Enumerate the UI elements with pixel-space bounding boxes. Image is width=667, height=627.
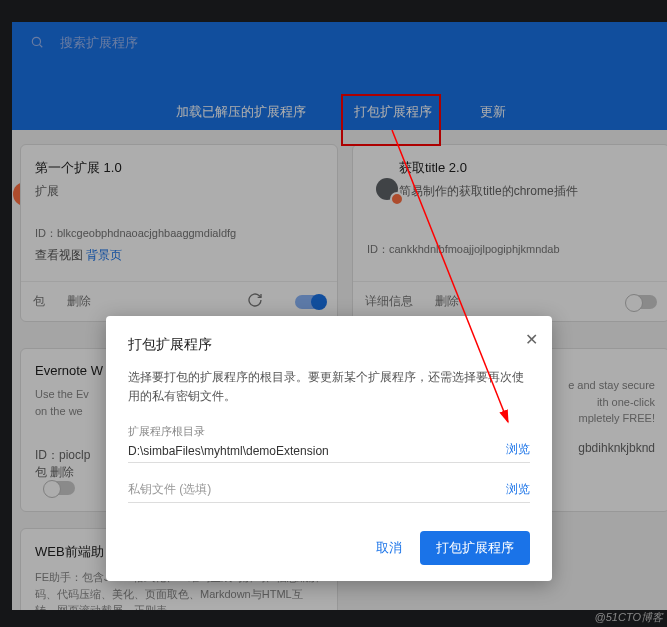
browse-button[interactable]: 浏览 <box>506 481 530 498</box>
pack-extension-dialog: 打包扩展程序 ✕ 选择要打包的扩展程序的根目录。要更新某个扩展程序，还需选择要再… <box>106 316 552 581</box>
pack-button[interactable]: 打包扩展程序 <box>420 531 530 565</box>
cancel-button[interactable]: 取消 <box>376 539 402 557</box>
browse-button[interactable]: 浏览 <box>506 441 530 458</box>
root-dir-label: 扩展程序根目录 <box>128 424 530 439</box>
dialog-description: 选择要打包的扩展程序的根目录。要更新某个扩展程序，还需选择要再次使用的私有密钥文… <box>128 368 530 406</box>
dialog-title: 打包扩展程序 <box>128 336 530 354</box>
close-icon[interactable]: ✕ <box>525 330 538 349</box>
root-dir-input[interactable]: D:\simbaFiles\myhtml\demoExtension <box>128 444 496 458</box>
watermark: @51CTO博客 <box>595 610 663 625</box>
private-key-input[interactable]: 私钥文件 (选填) <box>128 481 496 498</box>
